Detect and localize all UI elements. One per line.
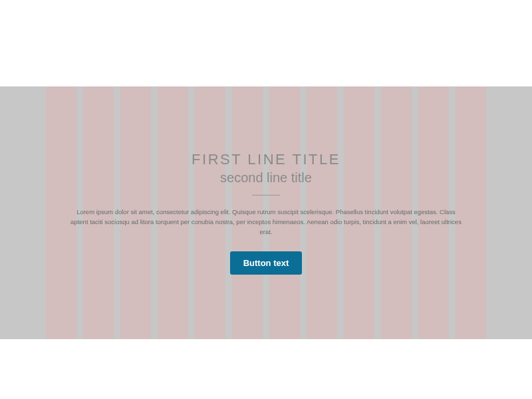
hero-title-first-line: FIRST LINE TITLE: [192, 151, 340, 168]
cta-button[interactable]: Button text: [230, 251, 303, 275]
title-divider: [252, 195, 280, 196]
hero-content: FIRST LINE TITLE second line title Lorem…: [0, 86, 532, 339]
hero-section: FIRST LINE TITLE second line title Lorem…: [0, 86, 532, 339]
hero-body-text: Lorem ipsum dolor sit amet, consectetur …: [70, 207, 462, 237]
hero-title-second-line: second line title: [220, 170, 312, 186]
